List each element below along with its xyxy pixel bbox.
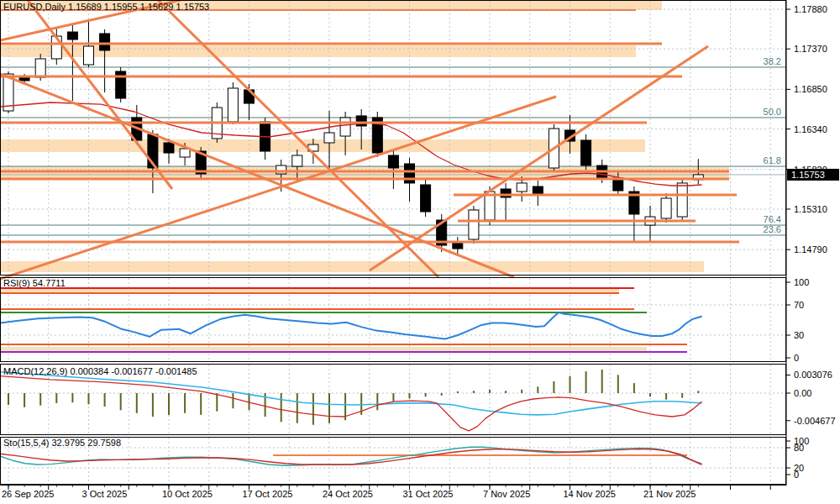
candle-body xyxy=(405,164,415,183)
time-axis-label: 7 Nov 2025 xyxy=(483,489,530,499)
current-price-label: 1.15753 xyxy=(791,170,825,180)
support-zone-band xyxy=(0,139,645,152)
candle-body xyxy=(180,149,190,157)
time-axis-label: 14 Nov 2025 xyxy=(564,489,616,499)
price-axis-label: 1.17370 xyxy=(794,44,827,54)
candle-body xyxy=(356,116,366,126)
time-axis-label: 3 Oct 2025 xyxy=(82,489,128,499)
price-axis-label: 1.16340 xyxy=(794,124,827,134)
fib-level-label: 23.6 xyxy=(764,224,781,234)
trend-line xyxy=(158,0,438,277)
sto-axis-label: 80 xyxy=(794,443,804,453)
candle-body xyxy=(581,140,591,165)
sto-main-line xyxy=(0,447,701,465)
candle-body xyxy=(67,32,77,39)
price-axis-label: 1.15310 xyxy=(794,204,827,214)
candle-body xyxy=(35,59,45,77)
candle-body xyxy=(421,185,431,212)
time-axis-label: 21 Nov 2025 xyxy=(643,489,696,499)
macd-axis-label: 0.00 xyxy=(794,388,811,398)
rsi-axis-label: 30 xyxy=(794,330,804,340)
candle-body xyxy=(100,34,110,50)
rsi-zone-band xyxy=(0,347,647,351)
trend-line xyxy=(0,97,556,279)
candle-body xyxy=(324,133,334,143)
trading-chart-window: 38.250.061.876.423.61.178801.173701.1685… xyxy=(0,0,840,504)
candle-body xyxy=(388,155,398,168)
price-axis-label: 1.14790 xyxy=(794,244,827,255)
rsi-axis-label: 100 xyxy=(794,277,809,287)
candle-body xyxy=(677,183,687,217)
support-zone-band xyxy=(0,45,636,57)
sto-signal-line xyxy=(0,449,701,465)
support-zone-band xyxy=(0,1,662,10)
candle-body xyxy=(661,198,671,218)
candle-body xyxy=(228,88,238,122)
candle-body xyxy=(340,118,350,136)
price-axis-label: 1.17880 xyxy=(794,4,827,14)
candle-body xyxy=(84,46,94,65)
price-axis-label: 1.16850 xyxy=(794,84,827,94)
macd-axis-label: 0.003076 xyxy=(794,370,832,380)
candle-body xyxy=(517,183,527,192)
fib-level-label: 50.0 xyxy=(764,107,781,117)
candle-body xyxy=(19,77,29,81)
time-axis-label: 26 Sep 2025 xyxy=(2,489,54,499)
fib-level-label: 61.8 xyxy=(764,155,781,165)
candle-body xyxy=(276,165,286,174)
rsi-axis-label: 0 xyxy=(794,353,799,363)
fib-level-label: 76.4 xyxy=(764,214,781,224)
support-zone-band xyxy=(0,261,704,272)
time-axis-label: 17 Oct 2025 xyxy=(243,489,293,499)
time-axis-label: 31 Oct 2025 xyxy=(403,489,454,499)
time-axis-label: 24 Oct 2025 xyxy=(323,489,373,499)
sto-axis-label: 0 xyxy=(794,470,799,480)
trend-line xyxy=(370,46,708,270)
rsi-axis-label: 70 xyxy=(794,300,804,310)
candle-body xyxy=(469,210,479,239)
candle-body xyxy=(292,155,302,166)
chart-canvas[interactable]: 38.250.061.876.423.61.178801.173701.1685… xyxy=(0,0,840,504)
candle-body xyxy=(164,143,174,153)
time-axis-label: 10 Oct 2025 xyxy=(162,489,213,499)
macd-axis-label: -0.004677 xyxy=(794,416,836,426)
fib-level-label: 38.2 xyxy=(764,56,781,66)
